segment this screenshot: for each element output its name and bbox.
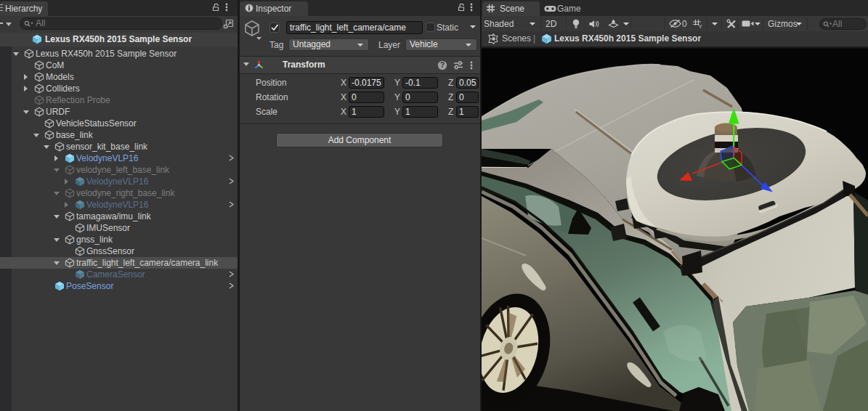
svg-text:?: ? (440, 61, 445, 69)
svg-text:Y: Y (699, 23, 703, 29)
